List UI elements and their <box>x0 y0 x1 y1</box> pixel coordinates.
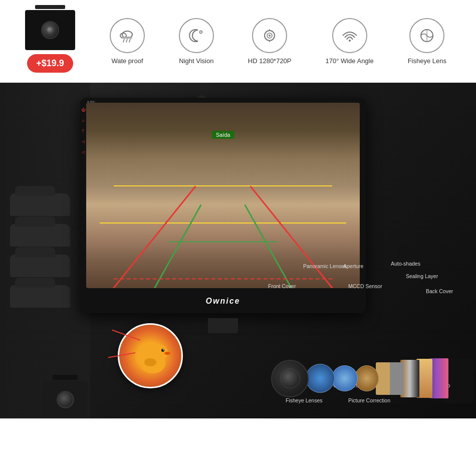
monitor-brand: Ownice <box>206 297 241 306</box>
feature-hd: HD 1280*720P <box>248 18 292 65</box>
label-panoramic-lenses: Panoramic Lenses <box>303 263 347 269</box>
volume-icon: ◁ <box>82 139 85 144</box>
features-row: Wate proof Night Vision <box>100 18 456 65</box>
hd-eye-icon <box>252 18 287 53</box>
label-picture-correction: Picture Correction <box>348 397 390 403</box>
rain-cloud-icon <box>110 18 145 53</box>
top-section: +$19.9 Wate proof <box>0 0 476 83</box>
diagram-layer-mccd <box>376 362 403 395</box>
hd-label: HD 1280*720P <box>248 57 292 65</box>
svg-line-17 <box>155 205 201 289</box>
svg-point-23 <box>161 349 164 352</box>
diagram-layer-aperture <box>355 365 379 391</box>
camera-diagram-section: Panoramic Lenses Front Cover Aperture MC… <box>256 258 476 418</box>
small-camera-lens <box>57 391 74 408</box>
label-fisheye-lenses: Fisheye Lenses <box>286 397 323 403</box>
diagram-lens-stack <box>274 358 448 398</box>
feature-night-vision: Night Vision <box>179 18 214 65</box>
label-auto-shades: Auto-shades <box>391 261 420 267</box>
label-sealing-layer: Sealing Layer <box>406 273 438 279</box>
svg-point-6 <box>199 31 202 34</box>
svg-point-24 <box>163 349 164 350</box>
home-icon: ⌂ <box>82 118 85 123</box>
svg-rect-2 <box>122 37 132 39</box>
fisheye-duck-circle <box>118 323 183 388</box>
small-camera-body <box>43 381 88 418</box>
diagram-layer-fisheye <box>271 360 309 397</box>
svg-line-5 <box>129 39 130 42</box>
moon-icon <box>179 18 214 53</box>
feature-fisheye: Fisheye Lens <box>408 18 446 65</box>
wifi-signal-icon <box>332 18 367 53</box>
car-silhouette-2 <box>10 224 70 247</box>
feature-waterproof: Wate proof <box>110 18 145 65</box>
car-silhouette-4 <box>10 285 70 308</box>
camera-mount <box>35 5 65 9</box>
svg-line-3 <box>123 39 124 42</box>
label-mccd-sensor: MCCD Sensor <box>348 283 382 289</box>
nav-icon: ⭡ <box>81 129 85 133</box>
monitor-sidebar: ⏻ ⌂ ⭡ ◁ ◁ <box>80 103 86 288</box>
car-silhouette-3 <box>10 255 70 277</box>
label-front-cover: Front Cover <box>268 283 296 289</box>
feature-wide-angle: 170° Wide Angle <box>325 18 373 65</box>
price-badge: +$19.9 <box>27 54 73 73</box>
camera-thumbnail-image <box>25 10 75 50</box>
svg-line-4 <box>126 39 127 42</box>
svg-point-26 <box>144 358 156 366</box>
diagram-layer-glass <box>332 365 358 391</box>
fisheye-icon <box>409 18 444 53</box>
camera-bracket <box>53 375 78 380</box>
camera-lens <box>41 21 59 39</box>
power-icon: ⏻ <box>81 108 85 112</box>
settings-icon: ◁ <box>82 150 85 154</box>
fisheye-label: Fisheye Lens <box>408 57 446 65</box>
small-camera-wrapper <box>38 353 93 418</box>
wide-angle-label: 170° Wide Angle <box>325 57 373 65</box>
diagram-layer-panoramic <box>306 364 335 393</box>
svg-point-9 <box>269 35 271 37</box>
svg-point-25 <box>164 352 170 355</box>
label-back-cover: Back Cover <box>426 288 453 294</box>
camera-thumbnail-wrapper: +$19.9 <box>20 10 80 73</box>
night-vision-label: Night Vision <box>179 57 213 65</box>
main-display-section: ● MIC ● RST ⏻ ⌂ ⭡ ◁ ◁ Saída <box>0 83 476 418</box>
label-aperture: Aperture <box>343 263 363 269</box>
diagram-inner-lens <box>280 368 300 388</box>
waterproof-label: Wate proof <box>111 57 143 65</box>
monitor-stand <box>208 318 238 333</box>
car-silhouette-1 <box>10 193 70 216</box>
camera-lens-inner <box>46 26 54 34</box>
duck-svg <box>128 333 173 378</box>
svg-point-12 <box>349 40 351 42</box>
